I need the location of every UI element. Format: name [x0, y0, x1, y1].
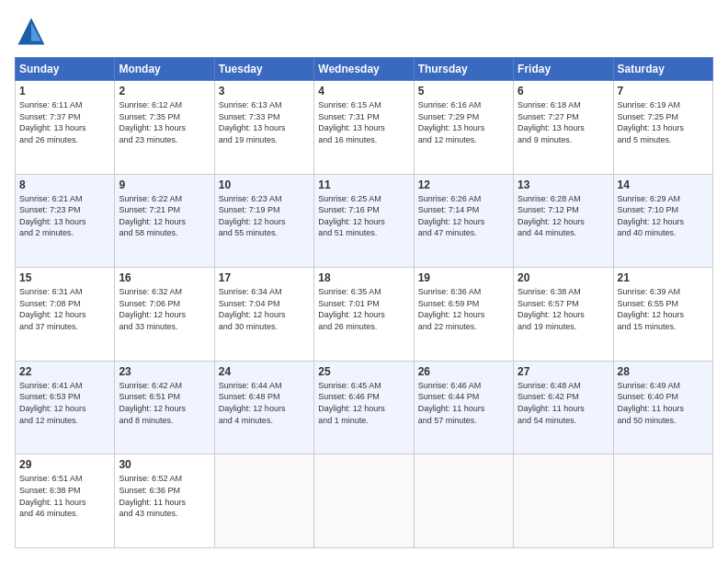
day-info: Sunrise: 6:44 AM Sunset: 6:48 PM Dayligh… — [219, 380, 310, 426]
day-info: Sunrise: 6:18 AM Sunset: 7:27 PM Dayligh… — [518, 99, 609, 145]
day-info: Sunrise: 6:45 AM Sunset: 6:46 PM Dayligh… — [318, 380, 409, 426]
calendar-cell — [514, 454, 613, 548]
calendar-cell: 23Sunrise: 6:42 AM Sunset: 6:51 PM Dayli… — [115, 361, 214, 454]
calendar-table: SundayMondayTuesdayWednesdayThursdayFrid… — [15, 57, 713, 548]
day-info: Sunrise: 6:48 AM Sunset: 6:42 PM Dayligh… — [518, 380, 609, 426]
calendar-cell: 7Sunrise: 6:19 AM Sunset: 7:25 PM Daylig… — [613, 81, 712, 175]
calendar-week-row: 15Sunrise: 6:31 AM Sunset: 7:08 PM Dayli… — [16, 268, 713, 362]
calendar-week-row: 8Sunrise: 6:21 AM Sunset: 7:23 PM Daylig… — [16, 174, 713, 268]
calendar-week-row: 29Sunrise: 6:51 AM Sunset: 6:38 PM Dayli… — [16, 454, 713, 548]
calendar-cell: 2Sunrise: 6:12 AM Sunset: 7:35 PM Daylig… — [115, 81, 214, 175]
calendar-cell: 8Sunrise: 6:21 AM Sunset: 7:23 PM Daylig… — [16, 174, 115, 268]
calendar-cell: 29Sunrise: 6:51 AM Sunset: 6:38 PM Dayli… — [16, 454, 115, 548]
day-number: 11 — [318, 178, 409, 191]
day-number: 17 — [219, 271, 310, 284]
calendar-cell — [613, 454, 712, 548]
day-number: 8 — [19, 178, 110, 191]
day-number: 24 — [219, 365, 310, 378]
calendar-cell: 15Sunrise: 6:31 AM Sunset: 7:08 PM Dayli… — [16, 268, 115, 362]
calendar-cell: 5Sunrise: 6:16 AM Sunset: 7:29 PM Daylig… — [414, 81, 513, 175]
day-number: 7 — [618, 85, 709, 98]
day-info: Sunrise: 6:28 AM Sunset: 7:12 PM Dayligh… — [518, 193, 609, 239]
calendar-cell: 18Sunrise: 6:35 AM Sunset: 7:01 PM Dayli… — [314, 268, 414, 362]
day-number: 13 — [518, 178, 609, 191]
calendar-day-header: Wednesday — [314, 58, 414, 81]
calendar-cell — [414, 454, 513, 548]
day-number: 28 — [618, 365, 709, 378]
calendar-day-header: Sunday — [16, 58, 115, 81]
calendar-cell: 4Sunrise: 6:15 AM Sunset: 7:31 PM Daylig… — [314, 81, 414, 175]
day-number: 3 — [219, 85, 310, 98]
day-info: Sunrise: 6:35 AM Sunset: 7:01 PM Dayligh… — [318, 286, 409, 332]
day-info: Sunrise: 6:52 AM Sunset: 6:36 PM Dayligh… — [119, 473, 210, 519]
day-number: 14 — [618, 178, 709, 191]
calendar-cell: 17Sunrise: 6:34 AM Sunset: 7:04 PM Dayli… — [214, 268, 313, 362]
day-info: Sunrise: 6:38 AM Sunset: 6:57 PM Dayligh… — [518, 286, 609, 332]
day-info: Sunrise: 6:25 AM Sunset: 7:16 PM Dayligh… — [318, 193, 409, 239]
calendar-day-header: Saturday — [613, 58, 712, 81]
calendar-cell — [314, 454, 414, 548]
calendar-cell: 14Sunrise: 6:29 AM Sunset: 7:10 PM Dayli… — [613, 174, 712, 268]
day-info: Sunrise: 6:49 AM Sunset: 6:40 PM Dayligh… — [618, 380, 709, 426]
calendar-cell: 21Sunrise: 6:39 AM Sunset: 6:55 PM Dayli… — [613, 268, 712, 362]
day-number: 30 — [119, 458, 210, 471]
day-number: 20 — [518, 271, 609, 284]
calendar-day-header: Friday — [514, 58, 613, 81]
day-info: Sunrise: 6:42 AM Sunset: 6:51 PM Dayligh… — [119, 380, 210, 426]
day-info: Sunrise: 6:32 AM Sunset: 7:06 PM Dayligh… — [119, 286, 210, 332]
day-info: Sunrise: 6:21 AM Sunset: 7:23 PM Dayligh… — [19, 193, 110, 239]
day-info: Sunrise: 6:12 AM Sunset: 7:35 PM Dayligh… — [119, 99, 210, 145]
calendar-cell: 20Sunrise: 6:38 AM Sunset: 6:57 PM Dayli… — [514, 268, 613, 362]
calendar-cell: 1Sunrise: 6:11 AM Sunset: 7:37 PM Daylig… — [16, 81, 115, 175]
day-number: 29 — [19, 458, 110, 471]
header — [15, 15, 713, 48]
day-number: 19 — [418, 271, 509, 284]
day-info: Sunrise: 6:36 AM Sunset: 6:59 PM Dayligh… — [418, 286, 509, 332]
day-number: 9 — [119, 178, 210, 191]
day-info: Sunrise: 6:16 AM Sunset: 7:29 PM Dayligh… — [418, 99, 509, 145]
calendar-day-header: Thursday — [414, 58, 513, 81]
day-number: 22 — [19, 365, 110, 378]
logo — [15, 15, 53, 48]
day-info: Sunrise: 6:41 AM Sunset: 6:53 PM Dayligh… — [19, 380, 110, 426]
calendar-cell: 25Sunrise: 6:45 AM Sunset: 6:46 PM Dayli… — [314, 361, 414, 454]
day-info: Sunrise: 6:51 AM Sunset: 6:38 PM Dayligh… — [19, 473, 110, 519]
day-number: 6 — [518, 85, 609, 98]
day-info: Sunrise: 6:31 AM Sunset: 7:08 PM Dayligh… — [19, 286, 110, 332]
calendar-cell: 19Sunrise: 6:36 AM Sunset: 6:59 PM Dayli… — [414, 268, 513, 362]
calendar-day-header: Tuesday — [214, 58, 313, 81]
calendar-cell: 30Sunrise: 6:52 AM Sunset: 6:36 PM Dayli… — [115, 454, 214, 548]
day-info: Sunrise: 6:29 AM Sunset: 7:10 PM Dayligh… — [618, 193, 709, 239]
day-info: Sunrise: 6:23 AM Sunset: 7:19 PM Dayligh… — [219, 193, 310, 239]
calendar-cell: 16Sunrise: 6:32 AM Sunset: 7:06 PM Dayli… — [115, 268, 214, 362]
calendar-day-header: Monday — [115, 58, 214, 81]
day-number: 21 — [618, 271, 709, 284]
day-number: 15 — [19, 271, 110, 284]
day-info: Sunrise: 6:19 AM Sunset: 7:25 PM Dayligh… — [618, 99, 709, 145]
calendar-cell: 24Sunrise: 6:44 AM Sunset: 6:48 PM Dayli… — [214, 361, 313, 454]
calendar-cell: 22Sunrise: 6:41 AM Sunset: 6:53 PM Dayli… — [16, 361, 115, 454]
day-number: 10 — [219, 178, 310, 191]
day-info: Sunrise: 6:39 AM Sunset: 6:55 PM Dayligh… — [618, 286, 709, 332]
day-number: 2 — [119, 85, 210, 98]
day-number: 25 — [318, 365, 409, 378]
calendar-cell: 28Sunrise: 6:49 AM Sunset: 6:40 PM Dayli… — [613, 361, 712, 454]
calendar-cell: 11Sunrise: 6:25 AM Sunset: 7:16 PM Dayli… — [314, 174, 414, 268]
day-number: 27 — [518, 365, 609, 378]
calendar-cell: 12Sunrise: 6:26 AM Sunset: 7:14 PM Dayli… — [414, 174, 513, 268]
calendar-cell: 27Sunrise: 6:48 AM Sunset: 6:42 PM Dayli… — [514, 361, 613, 454]
calendar-cell — [214, 454, 313, 548]
day-number: 26 — [418, 365, 509, 378]
logo-icon — [15, 15, 48, 48]
calendar-cell: 9Sunrise: 6:22 AM Sunset: 7:21 PM Daylig… — [115, 174, 214, 268]
calendar-cell: 10Sunrise: 6:23 AM Sunset: 7:19 PM Dayli… — [214, 174, 313, 268]
calendar-cell: 6Sunrise: 6:18 AM Sunset: 7:27 PM Daylig… — [514, 81, 613, 175]
day-number: 23 — [119, 365, 210, 378]
day-number: 12 — [418, 178, 509, 191]
calendar-week-row: 22Sunrise: 6:41 AM Sunset: 6:53 PM Dayli… — [16, 361, 713, 454]
calendar-cell: 3Sunrise: 6:13 AM Sunset: 7:33 PM Daylig… — [214, 81, 313, 175]
day-info: Sunrise: 6:11 AM Sunset: 7:37 PM Dayligh… — [19, 99, 110, 145]
day-number: 16 — [119, 271, 210, 284]
day-number: 18 — [318, 271, 409, 284]
calendar-header-row: SundayMondayTuesdayWednesdayThursdayFrid… — [16, 58, 713, 81]
